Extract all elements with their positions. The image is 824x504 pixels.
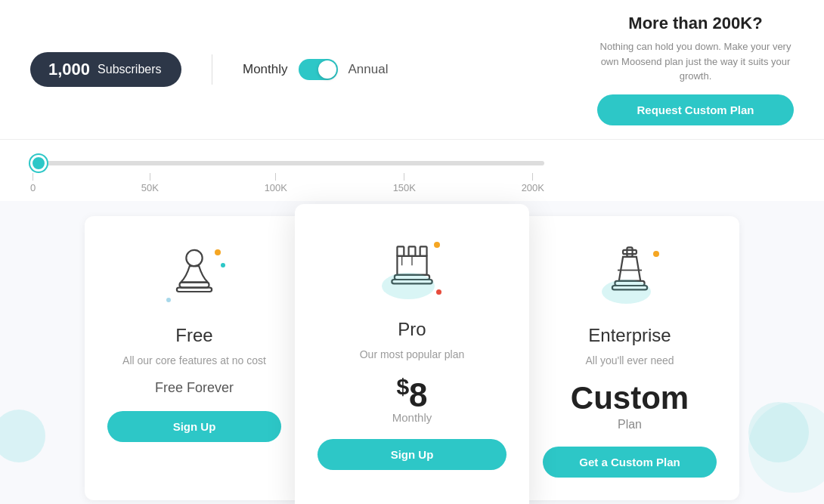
tick-label-50k: 50K: [141, 182, 159, 193]
annual-label: Annual: [348, 62, 389, 77]
free-signup-button[interactable]: Sign Up: [107, 411, 281, 442]
free-plan-icon: [160, 243, 228, 311]
free-plan-price: Free Forever: [107, 380, 281, 396]
icon-blob-enterprise: [602, 280, 651, 304]
dot-red: [436, 289, 441, 295]
tick-100k: 100K: [265, 173, 287, 193]
pro-plan-icon: [378, 237, 446, 305]
pricing-cards-section: Free All our core features at no cost Fr…: [0, 201, 824, 505]
icon-blob: [382, 273, 435, 299]
tick-line: [150, 173, 150, 181]
custom-plan-box: More than 200K? Nothing can hold you dow…: [597, 14, 794, 125]
tick-line: [532, 173, 533, 181]
pro-plan-title: Pro: [318, 319, 506, 340]
tick-200k: 200K: [522, 173, 544, 193]
enterprise-custom-plan-button[interactable]: Get a Custom Plan: [543, 447, 717, 478]
svg-rect-4: [409, 246, 416, 255]
svg-rect-11: [623, 249, 637, 253]
divider: [212, 54, 212, 85]
subscriber-label: Subscribers: [98, 63, 161, 76]
dot-orange: [653, 251, 659, 257]
tick-label-200k: 200K: [522, 182, 544, 193]
free-plan-title: Free: [107, 325, 281, 346]
enterprise-plan-title: Enterprise: [543, 325, 717, 346]
top-bar: 1,000 Subscribers Monthly Annual More th…: [0, 0, 824, 140]
pro-price-number: 8: [409, 376, 427, 413]
subscriber-count: 1,000: [48, 60, 90, 79]
tick-0: 0: [30, 173, 36, 193]
svg-rect-2: [177, 287, 212, 291]
custom-plan-desc: Nothing can hold you down. Make your ver…: [597, 39, 794, 84]
tick-label-100k: 100K: [265, 182, 287, 193]
enterprise-plan-card: Enterprise All you'll ever need Custom P…: [520, 216, 739, 501]
pro-price-period: Monthly: [318, 411, 506, 424]
slider-section: 0 50K 100K 150K 200K: [0, 140, 824, 201]
decorative-blob-right-inner: [748, 402, 809, 462]
pro-signup-button[interactable]: Sign Up: [318, 439, 506, 470]
svg-point-0: [186, 249, 202, 265]
tick-label-150k: 150K: [393, 182, 416, 193]
toggle-knob: [318, 60, 336, 79]
enterprise-plan-icon: [596, 243, 664, 311]
billing-toggle[interactable]: [299, 59, 338, 80]
dot-orange: [434, 242, 440, 248]
pro-price-block: $8 Monthly: [318, 374, 506, 424]
billing-toggle-section: Monthly Annual: [243, 59, 388, 80]
slider-ticks: 0 50K 100K 150K 200K: [30, 173, 544, 193]
pro-plan-card: Pro Our most popular plan $8 Monthly Sig…: [295, 204, 529, 505]
custom-plan-title: More than 200K?: [597, 14, 794, 33]
free-plan-card: Free All our core features at no cost Fr…: [85, 216, 304, 501]
subscriber-badge: 1,000 Subscribers: [30, 52, 181, 87]
tick-line: [33, 173, 33, 181]
dot-orange: [215, 249, 221, 255]
tick-label-0: 0: [30, 182, 36, 193]
pro-plan-subtitle: Our most popular plan: [318, 348, 506, 363]
tick-line: [404, 173, 404, 181]
monthly-label: Monthly: [243, 62, 288, 77]
svg-rect-5: [420, 246, 427, 255]
pro-price-amount: $8: [396, 376, 427, 413]
decorative-blob-left: [0, 410, 45, 462]
slider-wrapper: 0 50K 100K 150K 200K: [30, 155, 544, 193]
svg-rect-3: [397, 246, 404, 255]
subscribers-slider[interactable]: [30, 161, 544, 165]
enterprise-plan-label: Plan: [543, 418, 717, 431]
tick-50k: 50K: [141, 173, 159, 193]
tick-150k: 150K: [393, 173, 416, 193]
enterprise-price: Custom: [543, 380, 717, 416]
svg-rect-10: [627, 247, 632, 256]
dot-teal: [221, 263, 225, 267]
request-custom-plan-button[interactable]: Request Custom Plan: [597, 94, 794, 125]
enterprise-plan-subtitle: All you'll ever need: [543, 354, 717, 369]
tick-line: [275, 173, 276, 181]
dollar-sign: $: [396, 374, 409, 399]
dot-blue: [166, 298, 171, 302]
free-plan-subtitle: All our core features at no cost: [107, 354, 281, 369]
